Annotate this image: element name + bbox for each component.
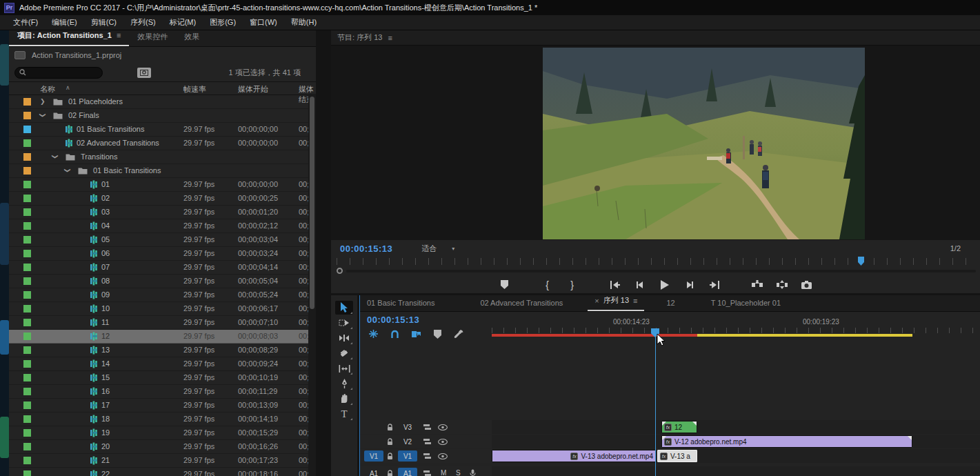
go-to-out-button[interactable] [707,279,722,291]
pen-tool[interactable] [335,377,353,390]
track-lock-icon[interactable] [385,437,394,446]
column-media-start[interactable]: 媒体开始 [238,84,268,95]
bin-row-item[interactable]: ❯Transitions [9,150,316,164]
label-color-swatch[interactable] [23,470,31,476]
ripple-edit-tool[interactable] [335,331,353,345]
timeline-clip-v2-clip[interactable]: fxV-12 adobepro.net.mp4 [661,435,912,448]
label-color-swatch[interactable] [23,360,31,368]
step-back-button[interactable] [632,279,648,291]
label-color-swatch[interactable] [23,167,31,175]
sequence-row-item[interactable]: 0229.97 fps00;00;00;2500;00;0 [9,192,316,206]
panel-menu-icon[interactable]: ≡ [633,297,637,305]
sequence-row-item[interactable]: 01 Basic Transitions29.97 fps00;00;00;00… [9,123,316,137]
type-tool[interactable]: T [335,407,353,421]
step-forward-button[interactable] [682,279,697,291]
timeline-tab-2[interactable]: ×序列 13≡ [588,292,644,311]
track-lane-v3[interactable]: fx12 [492,420,980,434]
panel-menu-icon[interactable]: ≡ [388,34,392,42]
chevron-down-icon[interactable]: ❯ [52,154,59,159]
sequence-row-item[interactable]: 1329.97 fps00;00;08;2900;00;0 [9,344,316,357]
razor-tool[interactable] [335,346,353,360]
sequence-row-item[interactable]: 1729.97 fps00;00;13;0900;00;1 [9,399,316,413]
label-color-swatch[interactable] [23,319,31,326]
sequence-row-item[interactable]: 02 Advanced Transitions29.97 fps00;00;00… [9,137,316,150]
sequence-row-item[interactable]: 2129.97 fps00;00;17;2300;00;1 [9,454,316,468]
sequence-row-item[interactable]: 1929.97 fps00;00;15;2900;00;1 [9,426,316,440]
track-target-v1[interactable]: V1 [398,450,417,462]
label-color-swatch[interactable] [23,112,31,119]
column-headers[interactable]: 名称 ∧ 帧速率 媒体开始 媒体结束 [9,81,316,95]
source-patch-a1[interactable]: A1 [364,468,383,476]
chevron-down-icon[interactable]: ❯ [39,112,46,118]
menu-序列S[interactable]: 序列(S) [124,15,162,30]
label-color-swatch[interactable] [23,388,31,395]
sync-lock-icon[interactable] [422,451,432,461]
sequence-row-item[interactable]: 2029.97 fps00;00;16;2600;00;1 [9,440,316,454]
label-color-swatch[interactable] [23,305,31,313]
chevron-down-icon[interactable]: ❯ [64,168,71,173]
label-color-swatch[interactable] [23,401,31,409]
label-color-swatch[interactable] [23,126,31,133]
slip-tool[interactable] [335,361,353,375]
project-tab-0[interactable]: 项目: Action Transitions_1≡ [9,27,129,46]
sequence-row-item[interactable]: 0529.97 fps00;00;03;0400;00;0 [9,233,316,247]
solo-button[interactable]: S [456,469,461,476]
chevron-right-icon[interactable]: ❯ [40,98,46,105]
menu-标记M[interactable]: 标记(M) [163,15,203,30]
label-color-swatch[interactable] [23,429,31,437]
track-target-a1[interactable]: A1 [398,468,417,476]
project-tab-2[interactable]: 效果 [176,28,208,46]
menu-图形G[interactable]: 图形(G) [203,15,242,30]
playback-resolution[interactable]: 1/2 [950,244,961,252]
toggle-track-output-icon[interactable] [438,451,448,461]
program-panel-header[interactable]: 节目: 序列 13 ≡ [331,30,980,46]
program-timecode[interactable]: 00:00:15:13 [340,244,392,254]
hand-tool[interactable] [335,392,353,406]
label-color-swatch[interactable] [23,222,31,230]
label-color-swatch[interactable] [23,346,31,354]
label-color-swatch[interactable] [23,264,31,271]
track-lane-a1[interactable] [492,466,980,476]
label-color-swatch[interactable] [23,98,31,106]
search-input[interactable] [14,67,103,79]
sequence-row-item[interactable]: 0829.97 fps00;00;05;0400;00;0 [9,275,316,288]
track-lane-v1[interactable]: fxV-13 adobepro.net.mp4fxV-13 a [492,449,980,463]
sync-lock-icon[interactable] [422,437,432,446]
timeline-clip-v1-clip-left[interactable]: fxV-13 adobepro.net.mp4 [492,450,656,462]
label-color-swatch[interactable] [23,443,31,450]
label-color-swatch[interactable] [23,415,31,423]
timeline-tab-3[interactable]: 12 [659,295,681,311]
mark-in-button[interactable]: { [540,279,555,291]
timeline-clip-v1-clip-sel[interactable]: fxV-13 a [657,450,697,462]
bin-row-item[interactable]: ❯02 Finals [9,109,316,123]
label-color-swatch[interactable] [23,457,31,464]
toggle-track-output-icon[interactable] [438,437,448,446]
extract-button[interactable] [774,279,790,291]
sequence-row-item[interactable]: 0329.97 fps00;00;01;2000;00;0 [9,206,316,219]
program-mini-ruler[interactable] [337,258,974,265]
label-color-swatch[interactable] [23,208,31,216]
toggle-track-output-icon[interactable] [438,422,448,432]
track-target-v3[interactable]: V3 [398,422,417,433]
panel-menu-icon[interactable]: ≡ [117,31,121,39]
program-scroll-zoom-bar[interactable] [335,266,976,275]
mark-out-button[interactable]: } [565,279,580,291]
selection-tool[interactable] [335,301,353,315]
zoom-level-dropdown[interactable]: 适合 ▾ [421,244,454,254]
label-color-swatch[interactable] [23,291,31,299]
track-lock-icon[interactable] [385,451,394,461]
project-tab-1[interactable]: 效果控件 [129,28,176,46]
close-tab-icon[interactable]: × [594,297,599,305]
go-to-in-button[interactable] [608,279,623,291]
add-marker-button[interactable] [497,279,512,291]
lift-button[interactable] [750,279,765,291]
track-select-forward-tool[interactable] [335,316,353,330]
label-color-swatch[interactable] [23,250,31,257]
play-button[interactable] [657,279,672,291]
label-color-swatch[interactable] [23,139,31,147]
voiceover-record-icon[interactable] [468,468,477,476]
timeline-clip-v3-clip[interactable]: fx12 [661,421,697,433]
export-frame-button[interactable] [799,279,814,291]
sequence-row-item[interactable]: 1029.97 fps00;00;06;1700;00;0 [9,302,316,316]
timeline-timecode[interactable]: 00:00:15:13 [367,315,419,325]
